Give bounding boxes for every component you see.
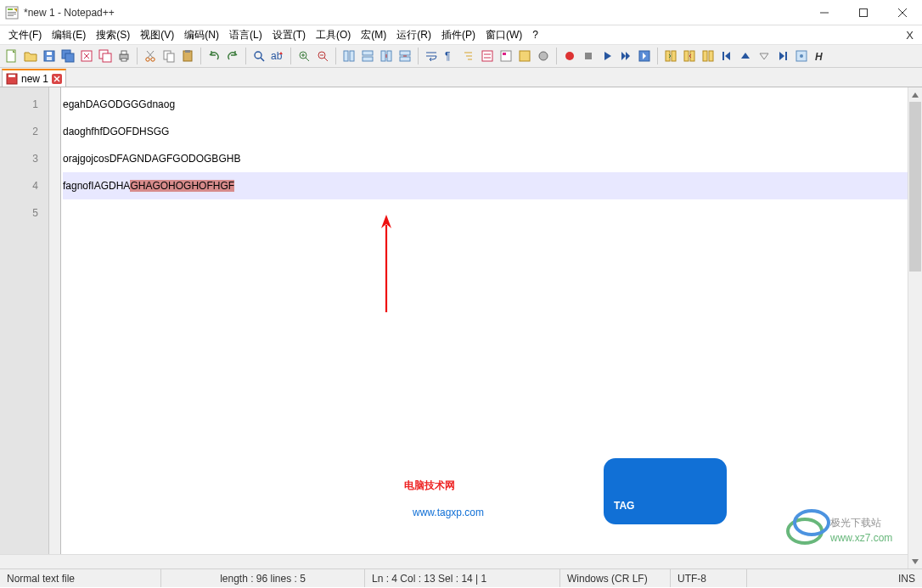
save-all-icon[interactable] bbox=[59, 48, 76, 64]
compare-both-icon[interactable] bbox=[700, 48, 717, 64]
redo-icon[interactable] bbox=[224, 48, 241, 64]
svg-rect-28 bbox=[167, 53, 174, 62]
zoom-out-icon[interactable] bbox=[314, 48, 331, 64]
function-list-icon[interactable] bbox=[535, 48, 552, 64]
show-all-chars-icon[interactable]: ¶ bbox=[441, 48, 458, 64]
find-icon[interactable] bbox=[250, 48, 267, 64]
status-filetype: Normal text file bbox=[0, 569, 161, 587]
svg-text:¶: ¶ bbox=[445, 50, 450, 62]
line-number: 1 bbox=[0, 91, 38, 118]
separator bbox=[137, 48, 138, 64]
vertical-scrollbar[interactable] bbox=[908, 87, 922, 568]
sync-scroll-v-icon[interactable] bbox=[378, 48, 395, 64]
horizontal-scrollbar[interactable] bbox=[0, 554, 908, 568]
text-plain: fagnofIAGDHA bbox=[63, 180, 130, 192]
watermark-label: 电脑技术网 bbox=[404, 479, 455, 491]
macro-save-icon[interactable] bbox=[636, 48, 653, 64]
undo-icon[interactable] bbox=[205, 48, 222, 64]
status-length-lines: length : 96 lines : 5 bbox=[161, 569, 365, 587]
copy-icon[interactable] bbox=[160, 48, 177, 64]
macro-stop-icon[interactable] bbox=[580, 48, 597, 64]
replace-icon[interactable]: ab bbox=[269, 48, 286, 64]
svg-rect-43 bbox=[363, 51, 373, 55]
svg-point-31 bbox=[255, 52, 261, 59]
italic-h-icon[interactable]: H bbox=[812, 48, 829, 64]
nav-end-icon[interactable] bbox=[774, 48, 791, 64]
line-number: 2 bbox=[0, 118, 38, 145]
tab-close-icon[interactable] bbox=[52, 74, 62, 84]
line-number: 5 bbox=[0, 199, 38, 227]
svg-rect-59 bbox=[503, 53, 506, 55]
menu-run[interactable]: 运行(R) bbox=[391, 26, 436, 44]
status-encoding[interactable]: UTF-8 bbox=[671, 569, 747, 587]
nav-start-icon[interactable] bbox=[718, 48, 735, 64]
status-position: Ln : 4 Col : 13 Sel : 14 | 1 bbox=[365, 569, 560, 587]
save-icon[interactable] bbox=[41, 48, 58, 64]
maximize-button[interactable] bbox=[844, 0, 883, 25]
tab-new1[interactable]: new 1 bbox=[2, 69, 66, 87]
status-eol[interactable]: Windows (CR LF) bbox=[560, 569, 671, 587]
doc-map-icon[interactable] bbox=[498, 48, 514, 64]
app-icon bbox=[5, 6, 19, 20]
minimize-button[interactable] bbox=[805, 0, 844, 25]
svg-rect-1 bbox=[8, 8, 13, 10]
new-file-icon[interactable] bbox=[3, 48, 20, 64]
nav-down-white-icon[interactable] bbox=[756, 48, 773, 64]
svg-text:H: H bbox=[815, 51, 823, 63]
settings-icon[interactable] bbox=[793, 48, 810, 64]
sync-scroll-h-icon[interactable] bbox=[396, 48, 413, 64]
text-line[interactable]: egahDAGODGGGdnaog bbox=[63, 91, 922, 118]
menu-window[interactable]: 窗口(W) bbox=[481, 26, 527, 44]
open-file-icon[interactable] bbox=[22, 48, 39, 64]
title-bar: *new 1 - Notepad++ bbox=[0, 0, 922, 25]
paste-icon[interactable] bbox=[179, 48, 196, 64]
compare-left-icon[interactable] bbox=[662, 48, 679, 64]
editor: 1 2 3 4 5 egahDAGODGGGdnaog daoghfhfDGOF… bbox=[0, 87, 922, 568]
macro-play-icon[interactable] bbox=[599, 48, 616, 64]
menu-macro[interactable]: 宏(M) bbox=[356, 26, 391, 44]
close-file-icon[interactable] bbox=[78, 48, 95, 64]
scroll-down-icon[interactable] bbox=[908, 554, 922, 568]
zoom-in-icon[interactable] bbox=[295, 48, 312, 64]
status-insert-mode[interactable]: INS bbox=[747, 569, 922, 587]
indent-guide-icon[interactable] bbox=[460, 48, 477, 64]
cut-icon[interactable] bbox=[142, 48, 159, 64]
text-line-current[interactable]: fagnofIAGDHAGHAGOHOGHOFHGF bbox=[63, 172, 922, 199]
svg-rect-3 bbox=[8, 14, 16, 14]
text-line[interactable]: orajgojcosDFAGNDAGFGODOGBGHB bbox=[63, 145, 922, 172]
menu-edit[interactable]: 编辑(E) bbox=[47, 26, 91, 44]
sync-v-icon[interactable] bbox=[340, 48, 357, 64]
word-wrap-icon[interactable] bbox=[423, 48, 440, 64]
menu-encoding[interactable]: 编码(N) bbox=[179, 26, 224, 44]
scroll-up-icon[interactable] bbox=[908, 87, 922, 102]
print-icon[interactable] bbox=[115, 48, 132, 64]
doc-list-icon[interactable] bbox=[516, 48, 533, 64]
scroll-thumb[interactable] bbox=[909, 102, 921, 272]
text-line[interactable]: daoghfhfDGOFDHSGG bbox=[63, 118, 922, 145]
menu-tools[interactable]: 工具(O) bbox=[311, 26, 356, 44]
menu-language[interactable]: 语言(L) bbox=[224, 26, 267, 44]
separator bbox=[200, 48, 201, 64]
sync-h-icon[interactable] bbox=[359, 48, 376, 64]
nav-up-icon[interactable] bbox=[737, 48, 754, 64]
toolbar: ab ¶ H bbox=[0, 44, 922, 68]
close-button[interactable] bbox=[883, 0, 922, 25]
svg-rect-58 bbox=[501, 51, 511, 61]
menu-x[interactable]: X bbox=[897, 29, 922, 42]
close-all-icon[interactable] bbox=[97, 48, 114, 64]
tab-bar: new 1 bbox=[0, 68, 922, 87]
menu-plugins[interactable]: 插件(P) bbox=[436, 26, 481, 44]
annotation-arrow-icon bbox=[379, 215, 396, 327]
svg-rect-46 bbox=[387, 51, 391, 61]
text-line-empty[interactable] bbox=[63, 199, 922, 227]
user-lang-icon[interactable] bbox=[479, 48, 496, 64]
macro-record-icon[interactable] bbox=[561, 48, 578, 64]
menu-settings[interactable]: 设置(T) bbox=[267, 26, 311, 44]
menu-search[interactable]: 搜索(S) bbox=[91, 26, 135, 44]
menu-file[interactable]: 文件(F) bbox=[3, 26, 47, 44]
menu-view[interactable]: 视图(V) bbox=[135, 26, 179, 44]
macro-play-multi-icon[interactable] bbox=[617, 48, 634, 64]
menu-help[interactable]: ? bbox=[527, 27, 543, 42]
text-area[interactable]: egahDAGODGGGdnaog daoghfhfDGOFDHSGG oraj… bbox=[61, 87, 922, 568]
compare-right-icon[interactable] bbox=[681, 48, 698, 64]
